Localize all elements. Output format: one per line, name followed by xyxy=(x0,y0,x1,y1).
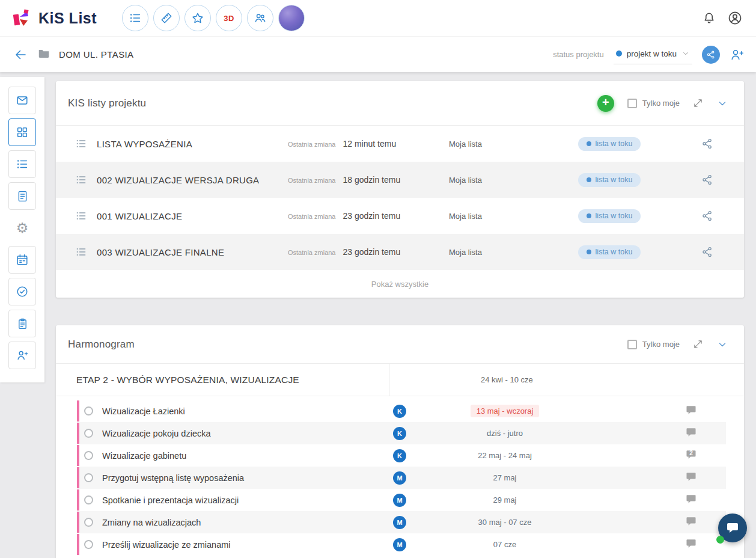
project-header: DOM UL. PTASIA status projektu projekt w… xyxy=(0,36,756,72)
add-list-button[interactable]: + xyxy=(597,95,614,112)
sidebar: ⚙ xyxy=(0,77,44,382)
only-mine-checkbox[interactable] xyxy=(627,340,637,349)
task-row[interactable]: Zmiany na wizualizacjach M 30 maj - 07 c… xyxy=(77,511,726,533)
favorites-star-icon[interactable] xyxy=(184,5,211,31)
task-checkbox[interactable] xyxy=(84,406,93,415)
show-all-button[interactable]: Pokaż wszystkie xyxy=(56,270,744,298)
back-arrow-icon[interactable] xyxy=(13,48,28,62)
project-status-dropdown[interactable]: projekt w toku xyxy=(614,45,692,64)
lists-card-title: KIS listy projektu xyxy=(68,97,146,109)
list-row[interactable]: 003 WIZUALIZACJE FINALNE Ostatnia zmiana… xyxy=(56,234,744,270)
task-row[interactable]: Wizualizacje gabinetu K 22 maj - 24 maj … xyxy=(77,444,726,467)
stage-dates-column: 24 kwi - 10 cze xyxy=(389,364,728,396)
task-name: Wizualizacje Łazienki xyxy=(102,406,379,416)
collapse-chevron-icon[interactable] xyxy=(716,97,728,109)
sidebar-item-lists[interactable] xyxy=(8,150,36,178)
task-dates: 07 cze xyxy=(493,540,516,549)
status-badge: lista w toku xyxy=(578,173,641,187)
share-icon[interactable] xyxy=(686,138,728,150)
lists-icon[interactable] xyxy=(122,5,148,31)
list-name: 002 WIZUALIZACJE WERSJA DRUGA xyxy=(97,175,288,185)
stage-name: ETAP 2 - WYBÓR WYPOSAŻENIA, WIZUALIZACJE xyxy=(76,375,389,385)
share-icon[interactable] xyxy=(686,246,728,258)
comment-icon[interactable]: 2 xyxy=(685,449,697,462)
grid-icon xyxy=(16,126,29,139)
expand-icon[interactable] xyxy=(693,339,703,349)
task-row[interactable]: Wizualizacje pokoju dziecka K dziś - jut… xyxy=(77,422,726,444)
list-owner: Moja lista xyxy=(449,140,534,149)
list-row-icon xyxy=(75,174,97,186)
document-icon xyxy=(16,190,29,203)
calendar-icon xyxy=(16,253,29,266)
task-checkbox[interactable] xyxy=(84,473,93,482)
task-row[interactable]: Wizualizacje Łazienki K 13 maj - wczoraj xyxy=(77,400,726,422)
profile-avatar[interactable] xyxy=(278,5,305,31)
task-row[interactable]: Przygotuj wstępną listę wyposażenia M 27… xyxy=(77,467,726,489)
stage-row[interactable]: ETAP 2 - WYBÓR WYPOSAŻENIA, WIZUALIZACJE… xyxy=(56,364,744,396)
chevron-down-icon xyxy=(681,49,690,58)
status-dot xyxy=(587,141,591,146)
comment-icon[interactable] xyxy=(685,493,697,507)
expand-icon[interactable] xyxy=(693,98,703,108)
design-icon[interactable] xyxy=(153,5,180,31)
add-person-icon[interactable] xyxy=(730,48,744,62)
sidebar-item-messages[interactable] xyxy=(8,87,36,114)
project-title: DOM UL. PTASIA xyxy=(59,49,134,60)
share-icon[interactable] xyxy=(686,174,728,186)
status-value: projekt w toku xyxy=(627,49,677,58)
task-checkbox[interactable] xyxy=(84,429,93,438)
online-status-dot xyxy=(716,536,724,544)
envelope-icon xyxy=(16,94,29,107)
comment-icon[interactable] xyxy=(685,515,697,529)
task-checkbox[interactable] xyxy=(84,495,93,504)
account-icon[interactable] xyxy=(727,10,743,26)
chat-bubble-icon xyxy=(725,521,740,535)
share-icon[interactable] xyxy=(686,210,728,222)
task-checkbox[interactable] xyxy=(84,451,93,460)
task-row[interactable]: Prześlij wizualizacje ze zmianami M 07 c… xyxy=(77,533,726,556)
task-name: Wizualizacje gabinetu xyxy=(102,451,379,461)
person-plus-icon xyxy=(16,349,29,362)
comment-icon[interactable] xyxy=(685,471,697,485)
sidebar-item-documents[interactable] xyxy=(8,310,36,337)
task-dates: 22 maj - 24 maj xyxy=(478,451,532,460)
team-icon[interactable] xyxy=(247,5,273,31)
app-logo[interactable]: KiS List xyxy=(11,7,97,29)
comment-icon[interactable] xyxy=(685,538,697,551)
task-dates: 30 maj - 07 cze xyxy=(478,518,532,527)
task-row[interactable]: Spotkanie i prezentacja wizualizacji M 2… xyxy=(77,489,726,511)
task-dates: 27 maj xyxy=(493,473,516,482)
list-row-icon xyxy=(75,246,97,258)
comment-icon[interactable] xyxy=(685,426,697,440)
task-dates: 29 maj xyxy=(493,495,516,504)
sidebar-item-members[interactable] xyxy=(8,342,36,369)
sidebar-item-schedule[interactable] xyxy=(8,246,36,274)
task-checkbox[interactable] xyxy=(84,518,93,527)
sidebar-item-dashboard[interactable] xyxy=(8,118,36,146)
comment-icon[interactable] xyxy=(685,404,697,418)
notifications-bell-icon[interactable] xyxy=(702,11,716,25)
collapse-chevron-icon[interactable] xyxy=(716,339,728,351)
status-dot xyxy=(587,213,591,218)
gear-icon: ⚙ xyxy=(16,221,29,235)
sidebar-item-notes[interactable] xyxy=(8,182,36,210)
only-mine-filter[interactable]: Tylko moje xyxy=(627,99,680,108)
check-circle-icon xyxy=(16,285,29,298)
list-row[interactable]: 001 WIZUALIZACJE Ostatnia zmiana 23 godz… xyxy=(56,198,744,234)
status-dot xyxy=(616,51,622,57)
share-project-button[interactable] xyxy=(702,46,720,64)
schedule-card-title: Harmonogram xyxy=(68,339,135,351)
list-row[interactable]: LISTA WYPOSAŻENIA Ostatnia zmiana 12 min… xyxy=(56,126,744,162)
3d-icon[interactable]: 3D xyxy=(216,5,242,31)
assignee-avatar: K xyxy=(393,427,406,440)
task-checkbox[interactable] xyxy=(84,540,93,549)
only-mine-filter[interactable]: Tylko moje xyxy=(627,340,680,349)
chat-launcher-button[interactable] xyxy=(718,514,747,542)
logo-text: KiS List xyxy=(38,10,97,27)
list-row[interactable]: 002 WIZUALIZACJE WERSJA DRUGA Ostatnia z… xyxy=(56,162,744,198)
assignee-avatar: M xyxy=(393,516,406,529)
sidebar-item-settings[interactable]: ⚙ xyxy=(8,214,36,242)
only-mine-checkbox[interactable] xyxy=(627,99,637,108)
sidebar-item-tasks[interactable] xyxy=(8,278,36,305)
list-row-icon xyxy=(75,210,97,222)
